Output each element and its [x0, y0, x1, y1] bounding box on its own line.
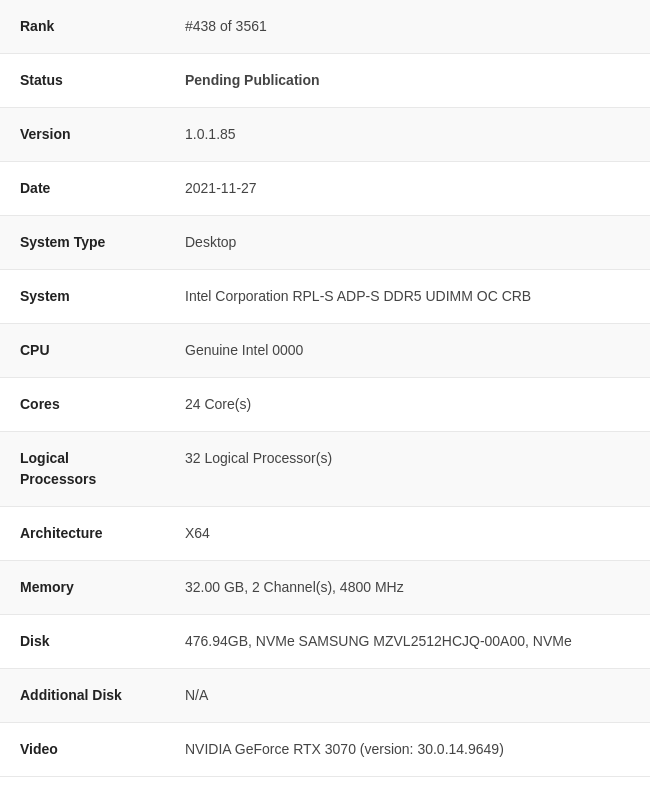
row-value: 24 Core(s): [165, 378, 650, 432]
row-label: CPU: [0, 324, 165, 378]
row-value: Desktop: [165, 216, 650, 270]
row-value: 476.94GB, NVMe SAMSUNG MZVL2512HCJQ-00A0…: [165, 615, 650, 669]
row-label: Architecture: [0, 507, 165, 561]
row-label: Disk: [0, 615, 165, 669]
table-row: Version1.0.1.85: [0, 108, 650, 162]
table-row: Disk476.94GB, NVMe SAMSUNG MZVL2512HCJQ-…: [0, 615, 650, 669]
row-label: System Type: [0, 216, 165, 270]
row-value: 32 Logical Processor(s): [165, 432, 650, 507]
table-row: SystemIntel Corporation RPL-S ADP-S DDR5…: [0, 270, 650, 324]
row-label: Logical Processors: [0, 432, 165, 507]
row-label: Additional Disk: [0, 669, 165, 723]
info-table: Rank#438 of 3561StatusPending Publicatio…: [0, 0, 650, 777]
table-row: Logical Processors32 Logical Processor(s…: [0, 432, 650, 507]
row-value: 32.00 GB, 2 Channel(s), 4800 MHz: [165, 561, 650, 615]
table-row: CPUGenuine Intel 0000: [0, 324, 650, 378]
row-value: Genuine Intel 0000: [165, 324, 650, 378]
row-label: Rank: [0, 0, 165, 54]
row-label: Status: [0, 54, 165, 108]
table-row: Memory32.00 GB, 2 Channel(s), 4800 MHz: [0, 561, 650, 615]
table-row: VideoNVIDIA GeForce RTX 3070 (version: 3…: [0, 723, 650, 777]
row-label: Video: [0, 723, 165, 777]
row-value: N/A: [165, 669, 650, 723]
row-value: Pending Publication: [165, 54, 650, 108]
table-row: Date2021-11-27: [0, 162, 650, 216]
row-label: Memory: [0, 561, 165, 615]
row-label: System: [0, 270, 165, 324]
row-label: Date: [0, 162, 165, 216]
row-value: Intel Corporation RPL-S ADP-S DDR5 UDIMM…: [165, 270, 650, 324]
table-row: StatusPending Publication: [0, 54, 650, 108]
row-label: Cores: [0, 378, 165, 432]
table-row: Cores24 Core(s): [0, 378, 650, 432]
row-value: X64: [165, 507, 650, 561]
row-value: #438 of 3561: [165, 0, 650, 54]
row-value: 2021-11-27: [165, 162, 650, 216]
table-row: ArchitectureX64: [0, 507, 650, 561]
row-value: 1.0.1.85: [165, 108, 650, 162]
row-label: Version: [0, 108, 165, 162]
row-value: NVIDIA GeForce RTX 3070 (version: 30.0.1…: [165, 723, 650, 777]
table-row: System TypeDesktop: [0, 216, 650, 270]
table-row: Rank#438 of 3561: [0, 0, 650, 54]
table-row: Additional DiskN/A: [0, 669, 650, 723]
